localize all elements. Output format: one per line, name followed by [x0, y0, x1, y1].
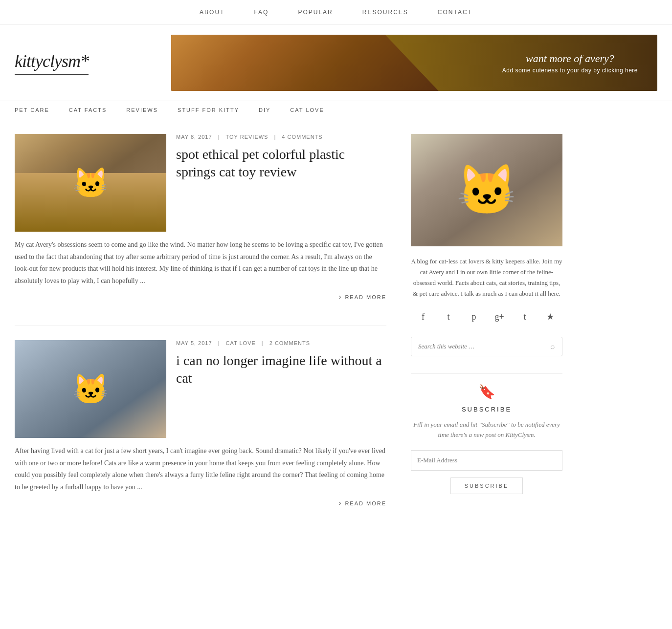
tumblr-icon[interactable]: t	[517, 309, 533, 325]
nav-cat-love[interactable]: CAT LOVE	[290, 107, 324, 113]
nav-resources[interactable]: RESOURCES	[362, 9, 408, 16]
site-title-container: kittyclysm*	[15, 51, 152, 75]
email-input[interactable]	[411, 450, 562, 471]
nav-contact[interactable]: CONTACT	[438, 9, 472, 16]
article-divider	[15, 325, 386, 325]
article-1-title[interactable]: spot ethical pet colorful plastic spring…	[176, 146, 386, 181]
article-1-read-more: READ MORE	[15, 293, 386, 301]
article-1-comments[interactable]: 4 COMMENTS	[282, 134, 322, 140]
sidebar-cat-image	[411, 134, 562, 246]
subscribe-button[interactable]: SUBSCRIBE	[450, 477, 523, 494]
nav-stuff-for-kitty[interactable]: STUFF FOR KITTY	[178, 107, 239, 113]
article-1-meta-line: MAY 8, 2017 | TOY REVIEWS | 4 COMMENTS	[176, 134, 386, 140]
article-1-date: MAY 8, 2017	[176, 134, 212, 140]
google-plus-icon[interactable]: g+	[492, 309, 507, 325]
search-input[interactable]	[418, 343, 550, 350]
rss-icon[interactable]: ★	[542, 309, 558, 325]
search-box: ⌕	[411, 337, 562, 356]
subscribe-title: SUBSCRIBE	[411, 406, 562, 413]
nav-reviews[interactable]: REVIEWS	[126, 107, 158, 113]
article-1-meta: MAY 8, 2017 | TOY REVIEWS | 4 COMMENTS s…	[166, 134, 386, 232]
pinterest-icon[interactable]: p	[466, 309, 482, 325]
banner-headline: want more of avery?	[502, 52, 638, 65]
article-2-category[interactable]: CAT LOVE	[225, 340, 255, 346]
banner-cat-image	[171, 35, 439, 91]
article-2-meta: MAY 5, 2017 | CAT LOVE | 2 COMMENTS i ca…	[166, 340, 386, 438]
article-1-inner: MAY 8, 2017 | TOY REVIEWS | 4 COMMENTS s…	[15, 134, 386, 232]
nav-diy[interactable]: DIY	[259, 107, 270, 113]
twitter-icon[interactable]: t	[441, 309, 456, 325]
article-1: MAY 8, 2017 | TOY REVIEWS | 4 COMMENTS s…	[15, 134, 386, 301]
article-1-category[interactable]: TOY REVIEWS	[225, 134, 268, 140]
banner-text: want more of avery? Add some cuteness to…	[502, 52, 638, 74]
article-2-excerpt: After having lived with a cat for just a…	[15, 445, 386, 493]
article-2-meta-line: MAY 5, 2017 | CAT LOVE | 2 COMMENTS	[176, 340, 386, 346]
article-2-read-more-link[interactable]: READ MORE	[339, 499, 386, 507]
secondary-navigation: PET CARE CAT FACTS REVIEWS STUFF FOR KIT…	[0, 101, 672, 119]
facebook-icon[interactable]: f	[415, 309, 431, 325]
site-header: kittyclysm* want more of avery? Add some…	[0, 25, 672, 101]
article-1-read-more-link[interactable]: READ MORE	[339, 293, 386, 301]
subscribe-description: Fill in your email and hit "Subscribe" t…	[411, 420, 562, 440]
banner[interactable]: want more of avery? Add some cuteness to…	[171, 35, 657, 91]
nav-pet-care[interactable]: PET CARE	[15, 107, 49, 113]
site-title: kittyclysm*	[15, 51, 89, 75]
article-1-thumbnail	[15, 134, 166, 232]
article-2: MAY 5, 2017 | CAT LOVE | 2 COMMENTS i ca…	[15, 340, 386, 507]
nav-popular[interactable]: POPULAR	[298, 9, 333, 16]
social-icons-container: f t p g+ t ★	[411, 309, 562, 325]
article-2-thumbnail	[15, 340, 166, 438]
article-2-date: MAY 5, 2017	[176, 340, 212, 346]
subscribe-bookmark-icon: 🔖	[411, 384, 562, 400]
search-icon[interactable]: ⌕	[550, 342, 555, 351]
subscribe-section: 🔖 SUBSCRIBE Fill in your email and hit "…	[411, 373, 562, 504]
main-layout: MAY 8, 2017 | TOY REVIEWS | 4 COMMENTS s…	[0, 119, 672, 546]
nav-faq[interactable]: FAQ	[254, 9, 269, 16]
article-2-read-more: READ MORE	[15, 499, 386, 507]
top-navigation: ABOUT FAQ POPULAR RESOURCES CONTACT	[0, 0, 672, 25]
nav-about[interactable]: ABOUT	[200, 9, 224, 16]
sidebar-about-text: A blog for cat-less cat lovers & kitty k…	[411, 256, 562, 299]
article-1-excerpt: My cat Avery's obsessions seem to come a…	[15, 239, 386, 287]
nav-cat-facts[interactable]: CAT FACTS	[69, 107, 107, 113]
sidebar: A blog for cat-less cat lovers & kitty k…	[411, 134, 562, 531]
content-area: MAY 8, 2017 | TOY REVIEWS | 4 COMMENTS s…	[15, 134, 386, 531]
banner-subtext: Add some cuteness to your day by clickin…	[502, 67, 638, 74]
article-2-comments[interactable]: 2 COMMENTS	[269, 340, 310, 346]
article-2-title[interactable]: i can no longer imagine life without a c…	[176, 352, 386, 388]
article-2-inner: MAY 5, 2017 | CAT LOVE | 2 COMMENTS i ca…	[15, 340, 386, 438]
